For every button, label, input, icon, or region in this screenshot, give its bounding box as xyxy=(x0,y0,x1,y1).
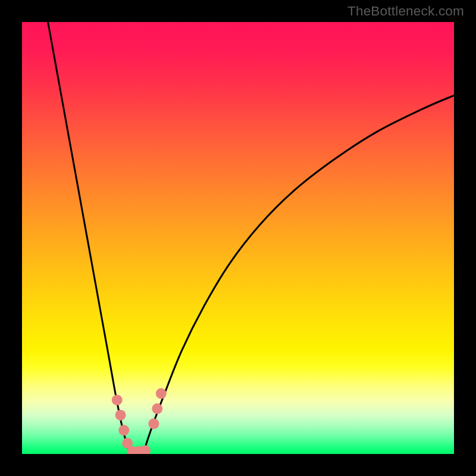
curve-right-branch xyxy=(143,95,454,454)
watermark-text: TheBottleneck.com xyxy=(347,4,464,19)
valley-marker xyxy=(112,394,123,405)
valley-marker xyxy=(148,418,159,429)
plot-area xyxy=(22,22,454,454)
chart-frame: TheBottleneck.com xyxy=(0,0,476,476)
curve-right-path xyxy=(143,95,454,454)
valley-marker xyxy=(115,410,126,421)
valley-markers-group xyxy=(112,388,167,454)
valley-marker xyxy=(156,388,167,399)
bottleneck-curve xyxy=(22,22,454,454)
valley-marker xyxy=(118,425,129,436)
curve-left-branch xyxy=(48,22,130,454)
valley-marker xyxy=(152,403,162,414)
valley-marker xyxy=(140,445,151,454)
curve-left-path xyxy=(48,22,130,454)
